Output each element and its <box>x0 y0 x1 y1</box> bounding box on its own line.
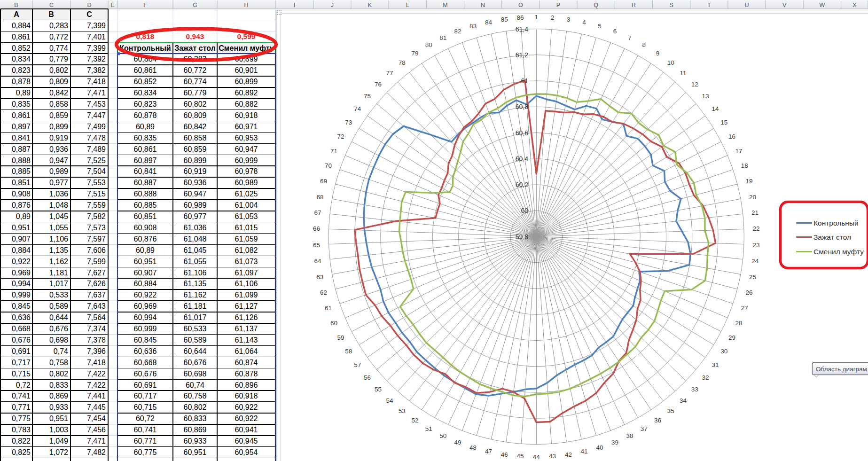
svg-text:7,441: 7,441 <box>87 392 106 400</box>
svg-text:0,907: 0,907 <box>12 235 31 243</box>
svg-text:45: 45 <box>517 453 524 460</box>
svg-text:61,004: 61,004 <box>235 201 258 209</box>
svg-text:60,933: 60,933 <box>184 437 207 445</box>
svg-text:W: W <box>819 2 825 8</box>
svg-text:9: 9 <box>656 50 660 57</box>
svg-text:0,802: 0,802 <box>49 370 68 378</box>
svg-text:60,887: 60,887 <box>134 179 157 187</box>
svg-text:33: 33 <box>691 386 698 393</box>
svg-text:0,823: 0,823 <box>12 66 31 74</box>
svg-text:B: B <box>48 10 54 18</box>
svg-text:L: L <box>406 2 409 8</box>
svg-text:0,852: 0,852 <box>12 44 31 52</box>
svg-text:68: 68 <box>317 194 324 201</box>
svg-text:1,048: 1,048 <box>49 201 68 209</box>
svg-text:A: A <box>14 10 19 18</box>
svg-text:0,779: 0,779 <box>49 55 68 63</box>
svg-text:1,055: 1,055 <box>49 224 68 232</box>
svg-text:7,471: 7,471 <box>87 437 106 445</box>
svg-text:0,994: 0,994 <box>12 280 31 288</box>
svg-text:7,643: 7,643 <box>87 302 106 310</box>
svg-text:16: 16 <box>728 133 735 140</box>
svg-text:7,482: 7,482 <box>87 448 106 456</box>
svg-text:H: H <box>244 2 248 8</box>
svg-text:0,772: 0,772 <box>49 33 68 41</box>
svg-text:0,933: 0,933 <box>49 403 68 411</box>
svg-text:60,835: 60,835 <box>134 134 157 142</box>
svg-text:47: 47 <box>485 448 492 455</box>
svg-text:0,842: 0,842 <box>49 89 68 97</box>
svg-text:60,858: 60,858 <box>184 134 207 142</box>
svg-text:60,533: 60,533 <box>184 325 207 333</box>
svg-text:7,478: 7,478 <box>87 134 106 142</box>
svg-text:17: 17 <box>735 148 742 155</box>
svg-text:50: 50 <box>439 432 446 439</box>
svg-text:61,055: 61,055 <box>184 258 207 266</box>
svg-text:60,908: 60,908 <box>134 224 157 232</box>
svg-text:76: 76 <box>375 81 382 88</box>
svg-text:61,181: 61,181 <box>184 302 207 310</box>
svg-text:0,936: 0,936 <box>49 145 68 153</box>
svg-text:60,861: 60,861 <box>134 66 157 74</box>
svg-text:M: M <box>443 2 447 8</box>
svg-text:0,887: 0,887 <box>12 145 31 153</box>
svg-text:0,878: 0,878 <box>12 78 31 86</box>
svg-text:42: 42 <box>565 451 572 458</box>
svg-text:Сменил муфту: Сменил муфту <box>813 248 864 256</box>
svg-text:46: 46 <box>501 451 508 458</box>
svg-text:7,447: 7,447 <box>87 111 106 119</box>
svg-text:1,049: 1,049 <box>49 437 68 445</box>
svg-text:0,884: 0,884 <box>12 246 31 254</box>
svg-text:0,861: 0,861 <box>12 33 31 41</box>
svg-text:71: 71 <box>330 148 337 155</box>
svg-text:0,834: 0,834 <box>12 55 31 63</box>
svg-text:7,553: 7,553 <box>87 179 106 187</box>
svg-text:N: N <box>481 2 485 8</box>
svg-text:60,919: 60,919 <box>184 167 207 175</box>
svg-text:0,841: 0,841 <box>12 134 31 142</box>
svg-text:60,859: 60,859 <box>184 145 207 153</box>
svg-text:13: 13 <box>702 93 709 100</box>
svg-text:60,772: 60,772 <box>184 66 207 74</box>
svg-text:60,994: 60,994 <box>134 313 157 321</box>
svg-text:60,698: 60,698 <box>184 370 207 378</box>
svg-text:60,947: 60,947 <box>184 190 207 198</box>
svg-text:60,841: 60,841 <box>134 167 157 175</box>
svg-text:0,771: 0,771 <box>12 403 31 411</box>
svg-text:7,418: 7,418 <box>87 359 106 367</box>
svg-text:24: 24 <box>751 258 759 265</box>
svg-text:0,74: 0,74 <box>54 347 68 355</box>
svg-text:60,2: 60,2 <box>516 181 528 188</box>
svg-text:22: 22 <box>752 225 759 232</box>
svg-text:36: 36 <box>654 417 661 424</box>
svg-text:Область диаграм: Область диаграм <box>816 366 867 373</box>
svg-text:G: G <box>193 2 197 8</box>
svg-text:60,918: 60,918 <box>235 392 258 400</box>
svg-text:60,802: 60,802 <box>184 403 207 411</box>
svg-text:Контрольный: Контрольный <box>813 219 859 227</box>
svg-text:60,851: 60,851 <box>134 212 157 220</box>
svg-text:7,453: 7,453 <box>87 100 106 108</box>
svg-text:0,775: 0,775 <box>12 414 31 422</box>
svg-text:7,606: 7,606 <box>87 246 106 254</box>
svg-text:0,589: 0,589 <box>49 302 68 310</box>
svg-text:77: 77 <box>386 70 393 77</box>
svg-text:1: 1 <box>535 14 539 21</box>
svg-text:0,922: 0,922 <box>12 258 31 266</box>
svg-text:34: 34 <box>680 397 687 404</box>
svg-text:32: 32 <box>702 374 709 381</box>
svg-text:61,073: 61,073 <box>235 258 258 266</box>
svg-text:7,399: 7,399 <box>87 44 106 52</box>
svg-text:7,597: 7,597 <box>87 235 106 243</box>
svg-text:0,999: 0,999 <box>12 291 31 299</box>
svg-text:0,698: 0,698 <box>49 336 68 344</box>
svg-text:60,922: 60,922 <box>134 291 157 299</box>
svg-text:60,951: 60,951 <box>184 448 207 456</box>
svg-text:7,399: 7,399 <box>87 22 106 30</box>
svg-text:54: 54 <box>386 397 393 404</box>
svg-text:7,564: 7,564 <box>87 313 106 321</box>
svg-text:61,048: 61,048 <box>184 235 207 243</box>
svg-text:60,936: 60,936 <box>184 179 207 187</box>
svg-text:60,676: 60,676 <box>134 370 157 378</box>
svg-text:Зажат стол: Зажат стол <box>174 44 216 52</box>
